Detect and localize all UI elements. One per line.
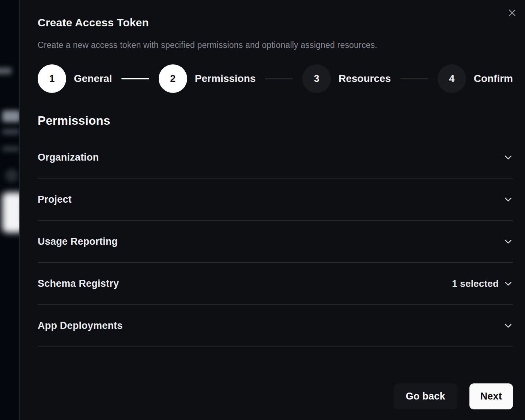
blurred-text-fragment bbox=[2, 146, 20, 151]
accordion-row-label: App Deployments bbox=[38, 318, 123, 333]
accordion-row-project[interactable]: Project bbox=[38, 179, 513, 221]
step-connector bbox=[265, 78, 293, 79]
dialog-subtitle: Create a new access token with specified… bbox=[38, 40, 513, 50]
blurred-card-fragment bbox=[2, 192, 20, 233]
accordion-row-label: Organization bbox=[38, 150, 99, 165]
chevron-down-icon bbox=[503, 321, 513, 330]
step-connector bbox=[121, 78, 149, 79]
step-label: Resources bbox=[339, 73, 391, 85]
step-number-badge: 1 bbox=[38, 64, 66, 93]
accordion-row-label: Usage Reporting bbox=[38, 234, 118, 249]
permissions-accordion: Organization Project Usage Reporting bbox=[38, 136, 513, 347]
accordion-row-app-deployments[interactable]: App Deployments bbox=[38, 305, 513, 347]
selected-count-badge: 1 selected bbox=[452, 278, 499, 289]
accordion-row-schema-registry[interactable]: Schema Registry 1 selected bbox=[38, 263, 513, 305]
step-resources[interactable]: 3 Resources bbox=[302, 64, 391, 93]
step-permissions[interactable]: 2 Permissions bbox=[159, 64, 256, 93]
next-button[interactable]: Next bbox=[469, 383, 513, 409]
blurred-text-fragment bbox=[2, 129, 20, 135]
backdrop-page bbox=[0, 0, 20, 420]
chevron-down-icon bbox=[503, 279, 513, 288]
step-number-badge: 4 bbox=[438, 64, 466, 93]
accordion-row-label: Schema Registry bbox=[38, 276, 119, 291]
step-confirm[interactable]: 4 Confirm bbox=[438, 64, 513, 93]
step-label: General bbox=[74, 73, 112, 85]
step-number-badge: 2 bbox=[159, 64, 187, 93]
step-number-badge: 3 bbox=[302, 64, 331, 93]
step-label: Confirm bbox=[474, 73, 513, 85]
step-connector bbox=[400, 78, 428, 79]
chevron-down-icon bbox=[503, 237, 513, 246]
wizard-stepper: 1 General 2 Permissions 3 Resources 4 Co… bbox=[38, 64, 513, 93]
accordion-row-usage-reporting[interactable]: Usage Reporting bbox=[38, 221, 513, 263]
dialog-title: Create Access Token bbox=[38, 16, 513, 29]
step-general[interactable]: 1 General bbox=[38, 64, 112, 93]
create-access-token-dialog: Create Access Token Create a new access … bbox=[19, 0, 525, 420]
dialog-footer: Go back Next bbox=[394, 383, 513, 409]
chevron-down-icon bbox=[503, 153, 513, 162]
step-label: Permissions bbox=[195, 73, 256, 85]
accordion-row-organization[interactable]: Organization bbox=[38, 136, 513, 179]
blurred-icon-fragment bbox=[5, 169, 18, 182]
go-back-button[interactable]: Go back bbox=[394, 383, 457, 409]
permissions-section-heading: Permissions bbox=[38, 114, 513, 128]
blurred-text-fragment bbox=[2, 110, 20, 122]
accordion-row-label: Project bbox=[38, 192, 72, 207]
blurred-text-fragment bbox=[0, 68, 12, 74]
chevron-down-icon bbox=[503, 195, 513, 204]
close-icon[interactable] bbox=[507, 7, 518, 18]
